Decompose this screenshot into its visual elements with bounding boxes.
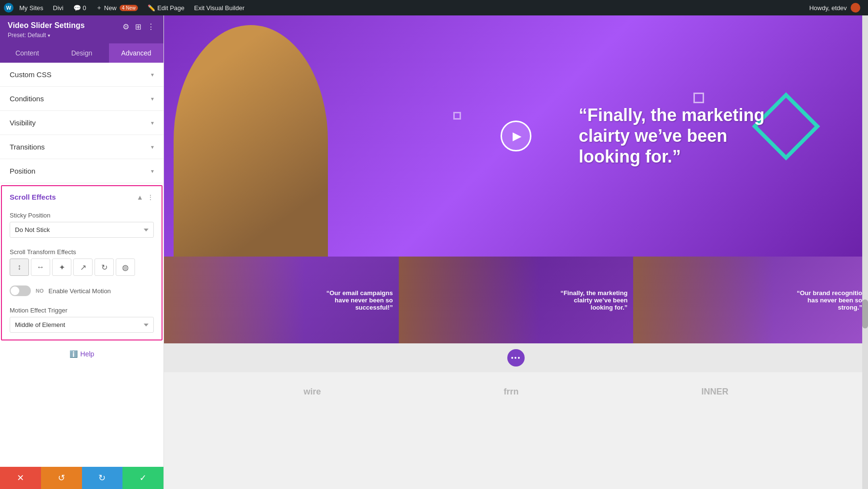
more-options-icon[interactable]: ⋮ [146, 21, 156, 32]
preset-arrow-icon: ▾ [48, 33, 50, 38]
hero-slider[interactable]: “Finally, the marketing clairty we’ve be… [164, 15, 868, 257]
undo-button[interactable]: ↺ [41, 467, 82, 489]
pencil-icon: ✏️ [148, 4, 155, 12]
custom-css-header[interactable]: Custom CSS ▾ [0, 63, 163, 86]
tab-advanced[interactable]: Advanced [109, 43, 163, 63]
tab-content[interactable]: Content [0, 43, 54, 63]
thumbnail-3[interactable]: “Our brand recognitio has never been so … [633, 257, 868, 343]
divi-label: Divi [53, 4, 64, 12]
howdy-menu[interactable]: Howdy, etdev [805, 3, 864, 13]
motion-trigger-label: Motion Effect Trigger [10, 307, 154, 314]
dot-navigation: ••• [164, 343, 868, 372]
transform-skew-btn[interactable]: ↗ [73, 258, 93, 276]
transitions-chevron-icon: ▾ [151, 144, 154, 150]
scroll-effects-section: Scroll Effects ▲ ⋮ Sticky Position Do No… [1, 185, 163, 340]
thumb-person-3 [633, 257, 774, 343]
visibility-chevron-icon: ▾ [151, 120, 154, 126]
wp-icon[interactable]: W [4, 3, 14, 13]
settings-icon[interactable]: ⚙ [122, 21, 130, 32]
edit-page-button[interactable]: ✏️ Edit Page [144, 0, 188, 15]
help-circle-icon: ℹ️ [69, 350, 78, 358]
vertical-motion-row: NO Enable Vertical Motion [2, 283, 162, 303]
thumbnail-row: “Our email campaigns have never been so … [164, 257, 868, 343]
sticky-position-field: Sticky Position Do Not Stick Stick to To… [2, 208, 162, 244]
visibility-section: Visibility ▾ [0, 111, 163, 135]
panel-header: Video Slider Settings Preset: Default ▾ … [0, 15, 163, 43]
transform-opacity-btn[interactable]: ◍ [116, 258, 135, 276]
save-button[interactable]: ✓ [122, 467, 163, 489]
custom-css-label: Custom CSS [10, 70, 52, 79]
new-badge: 4 New [120, 5, 138, 11]
scroll-effects-more-icon[interactable]: ⋮ [147, 193, 154, 201]
thumb-text-1: “Our email campaigns have never been so … [326, 289, 393, 311]
transform-rotate-btn[interactable]: ✦ [52, 258, 71, 276]
panel-preset[interactable]: Preset: Default ▾ [8, 32, 85, 39]
edit-page-label: Edit Page [157, 4, 184, 12]
scrollbar[interactable] [862, 15, 868, 489]
conditions-section: Conditions ▾ [0, 87, 163, 111]
panel-bottom-bar: ✕ ↺ ↻ ✓ [0, 467, 163, 489]
thumbnail-2[interactable]: “Finally, the marketing clairty we’ve be… [399, 257, 634, 343]
position-label: Position [10, 167, 35, 175]
redo-button[interactable]: ↻ [82, 467, 123, 489]
page-canvas: “Finally, the marketing clairty we’ve be… [164, 15, 868, 489]
cancel-icon: ✕ [17, 473, 24, 483]
new-menu[interactable]: ＋ New 4 New [92, 0, 142, 15]
thumb-person-2 [399, 257, 540, 343]
transitions-section: Transitions ▾ [0, 135, 163, 159]
vertical-motion-toggle-label: NO [36, 288, 44, 294]
transitions-label: Transitions [10, 143, 45, 151]
transform-loop-btn[interactable]: ↻ [95, 258, 114, 276]
dot-nav-button[interactable]: ••• [507, 349, 525, 367]
hero-quote-text: “Finally, the marketing clairty we’ve be… [579, 105, 781, 167]
exit-builder-label: Exit Visual Builder [194, 4, 245, 12]
bg-square-1 [693, 93, 704, 103]
thumbnail-1[interactable]: “Our email campaigns have never been so … [164, 257, 399, 343]
scroll-thumb[interactable] [862, 299, 868, 328]
thumb-person-1 [164, 257, 305, 343]
main-layout: Video Slider Settings Preset: Default ▾ … [0, 15, 868, 489]
play-icon: ▶ [513, 129, 521, 143]
transform-vertical-btn[interactable]: ↕ [10, 258, 29, 276]
admin-bar: W My Sites Divi 💬 0 ＋ New 4 New ✏️ Edit … [0, 0, 868, 15]
conditions-header[interactable]: Conditions ▾ [0, 87, 163, 110]
help-link[interactable]: ℹ️ Help [0, 342, 163, 366]
motion-trigger-field: Motion Effect Trigger Middle of Element … [2, 303, 162, 340]
panel-title: Video Slider Settings [8, 21, 85, 30]
sticky-position-select[interactable]: Do Not Stick Stick to Top Stick to Botto… [10, 222, 154, 238]
comments-menu[interactable]: 💬 0 [69, 0, 90, 15]
brand-logo-0: wire [303, 387, 321, 397]
howdy-label: Howdy, etdev [809, 4, 847, 12]
exit-builder-button[interactable]: Exit Visual Builder [190, 0, 249, 15]
scroll-transform-label: Scroll Transform Effects [10, 248, 154, 256]
sticky-position-label: Sticky Position [10, 212, 154, 219]
motion-trigger-select[interactable]: Middle of Element Top of Element Bottom … [10, 317, 154, 333]
undo-icon: ↺ [58, 473, 65, 483]
cancel-button[interactable]: ✕ [0, 467, 41, 489]
my-sites-menu[interactable]: My Sites [15, 0, 47, 15]
custom-css-section: Custom CSS ▾ [0, 63, 163, 87]
panel-tabs: Content Design Advanced [0, 43, 163, 63]
brand-logo-2: INNER [701, 387, 728, 397]
position-header[interactable]: Position ▾ [0, 159, 163, 183]
scroll-effects-controls: ▲ ⋮ [136, 193, 154, 201]
panel-header-info: Video Slider Settings Preset: Default ▾ [8, 21, 85, 39]
divi-menu[interactable]: Divi [49, 0, 68, 15]
transform-horizontal-btn[interactable]: ↔ [31, 258, 50, 276]
transitions-header[interactable]: Transitions ▾ [0, 135, 163, 159]
position-section: Position ▾ [0, 159, 163, 183]
tab-design[interactable]: Design [54, 43, 109, 63]
vertical-motion-toggle[interactable] [10, 285, 31, 296]
scroll-effects-collapse-icon[interactable]: ▲ [136, 193, 143, 201]
settings-panel: Video Slider Settings Preset: Default ▾ … [0, 15, 164, 489]
thumb-text-2: “Finally, the marketing clairty we’ve be… [560, 289, 627, 311]
comment-icon: 💬 [73, 4, 81, 12]
columns-icon[interactable]: ⊞ [134, 21, 142, 32]
hero-text-block: “Finally, the marketing clairty we’ve be… [579, 105, 781, 167]
visibility-label: Visibility [10, 119, 36, 127]
scroll-effects-header: Scroll Effects ▲ ⋮ [2, 186, 162, 208]
visibility-header[interactable]: Visibility ▾ [0, 111, 163, 135]
page-canvas-area: “Finally, the marketing clairty we’ve be… [164, 15, 868, 489]
play-button[interactable]: ▶ [501, 121, 531, 151]
vertical-motion-field-label: Enable Vertical Motion [49, 287, 111, 295]
